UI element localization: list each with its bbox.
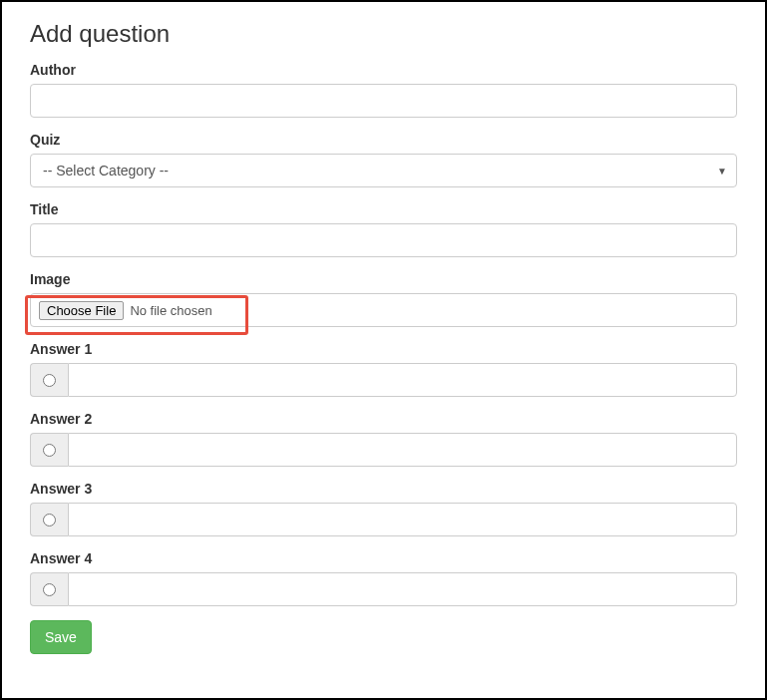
answer-input-1[interactable] (68, 363, 737, 397)
answer-input-group-3 (30, 503, 737, 536)
answer-input-3[interactable] (68, 503, 737, 536)
choose-file-button[interactable]: Choose File (39, 301, 124, 320)
author-group: Author (30, 62, 737, 118)
page-title: Add question (30, 20, 737, 48)
answer-input-group-4 (30, 572, 737, 606)
answer-radio-2[interactable] (43, 444, 56, 457)
image-group: Image Choose File No file chosen (30, 271, 737, 327)
image-file-status: No file chosen (130, 303, 211, 318)
answer-group-3: Answer 3 (30, 481, 737, 536)
answer-radio-addon-4 (30, 572, 68, 606)
image-file-field[interactable]: Choose File No file chosen (30, 293, 737, 327)
quiz-select-wrapper: -- Select Category -- ▼ (30, 154, 737, 187)
save-button[interactable]: Save (30, 620, 92, 654)
answer-group-4: Answer 4 (30, 550, 737, 606)
answer-input-4[interactable] (68, 572, 737, 606)
author-label: Author (30, 62, 737, 78)
answer-group-2: Answer 2 (30, 411, 737, 467)
answer-radio-1[interactable] (43, 374, 56, 387)
answer-radio-addon-2 (30, 433, 68, 467)
answer-input-group-1 (30, 363, 737, 397)
answer-label-4: Answer 4 (30, 550, 737, 566)
quiz-group: Quiz -- Select Category -- ▼ (30, 132, 737, 187)
answer-radio-addon-3 (30, 503, 68, 536)
answer-radio-4[interactable] (43, 583, 56, 596)
answer-input-group-2 (30, 433, 737, 467)
answer-label-3: Answer 3 (30, 481, 737, 497)
quiz-label: Quiz (30, 132, 737, 148)
page-frame: Add question Author Quiz -- Select Categ… (0, 0, 767, 700)
title-label: Title (30, 201, 737, 217)
answer-group-1: Answer 1 (30, 341, 737, 397)
title-group: Title (30, 201, 737, 257)
answer-radio-3[interactable] (43, 514, 56, 526)
answer-input-2[interactable] (68, 433, 737, 467)
answer-radio-addon-1 (30, 363, 68, 397)
title-input[interactable] (30, 223, 737, 257)
quiz-select[interactable]: -- Select Category -- (30, 154, 737, 187)
image-label: Image (30, 271, 737, 287)
answer-label-1: Answer 1 (30, 341, 737, 357)
author-input[interactable] (30, 84, 737, 118)
answer-label-2: Answer 2 (30, 411, 737, 427)
